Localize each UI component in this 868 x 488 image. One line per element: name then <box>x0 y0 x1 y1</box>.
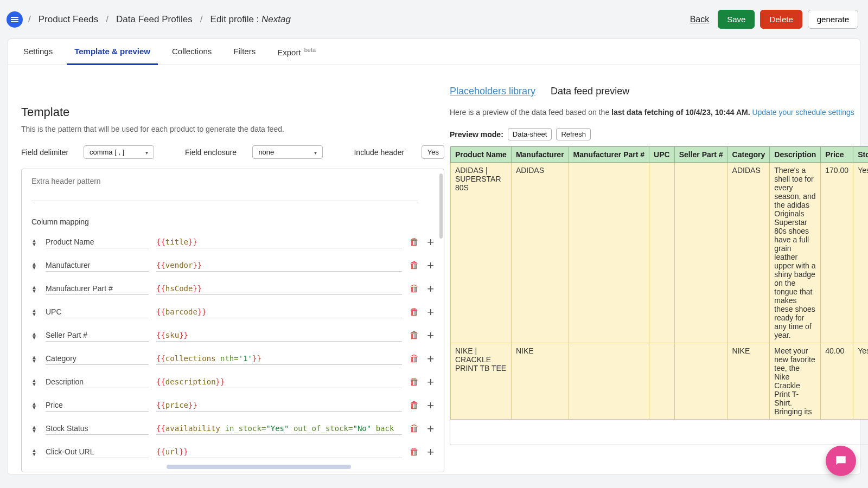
column-pattern-input[interactable]: {{barcode}} <box>156 306 402 318</box>
include-header-select[interactable]: Yes <box>422 145 444 159</box>
table-cell: Yes <box>853 163 868 343</box>
help-chat-button[interactable] <box>826 446 856 476</box>
table-cell <box>674 343 727 420</box>
drag-handle-icon[interactable]: ▲▼ <box>31 402 38 409</box>
update-schedule-link[interactable]: Update your schedule settings <box>752 108 854 117</box>
column-name-input[interactable] <box>46 329 149 342</box>
column-name-input[interactable] <box>46 236 149 248</box>
add-row-icon[interactable]: + <box>427 353 434 365</box>
column-name-input[interactable] <box>46 306 149 318</box>
table-header: Stock S <box>853 147 868 163</box>
breadcrumb-item[interactable]: Data Feed Profiles <box>116 14 193 25</box>
column-pattern-input[interactable]: {{price}} <box>156 399 402 412</box>
extra-header-input[interactable] <box>31 176 418 201</box>
field-enclosure-select[interactable]: none <box>252 145 323 159</box>
delete-row-icon[interactable]: 🗑 <box>410 260 419 271</box>
breadcrumb-current: Edit profile : Nextag <box>210 14 291 25</box>
tab-template-preview[interactable]: Template & preview <box>74 39 150 65</box>
drag-handle-icon[interactable]: ▲▼ <box>31 309 38 316</box>
delete-row-icon[interactable]: 🗑 <box>410 236 419 248</box>
tab-filters[interactable]: Filters <box>233 39 256 65</box>
preview-description: Here is a preview of the data feed based… <box>450 107 868 118</box>
column-pattern-input[interactable]: {{url}} <box>156 446 402 458</box>
column-mapping-row: ▲▼{{price}}🗑+ <box>31 399 434 412</box>
horizontal-scroll-thumb[interactable] <box>167 465 351 469</box>
beta-badge: beta <box>304 47 316 53</box>
add-row-icon[interactable]: + <box>427 260 434 272</box>
main-menu-button[interactable] <box>7 11 23 28</box>
column-name-input[interactable] <box>46 376 149 388</box>
table-header: Manufacturer Part # <box>569 147 649 163</box>
column-pattern-input[interactable]: {{vendor}} <box>156 259 402 272</box>
drag-handle-icon[interactable]: ▲▼ <box>31 378 38 386</box>
table-cell: There's a shell toe for every season, an… <box>770 163 821 343</box>
column-mapping-row: ▲▼{{hsCode}}🗑+ <box>31 282 434 295</box>
breadcrumb-sep: / <box>28 14 31 25</box>
delete-row-icon[interactable]: 🗑 <box>410 423 419 434</box>
add-row-icon[interactable]: + <box>427 330 434 342</box>
tab-export[interactable]: Export beta <box>277 39 316 65</box>
placeholders-library-link[interactable]: Placeholders library <box>450 86 535 97</box>
delete-row-icon[interactable]: 🗑 <box>410 306 419 318</box>
add-row-icon[interactable]: + <box>427 306 434 318</box>
column-pattern-input[interactable]: {{availability in_stock="Yes" out_of_sto… <box>156 422 402 435</box>
column-pattern-input[interactable]: {{title}} <box>156 236 402 248</box>
drag-handle-icon[interactable]: ▲▼ <box>31 262 38 269</box>
tab-collections[interactable]: Collections <box>172 39 212 65</box>
add-row-icon[interactable]: + <box>427 283 434 295</box>
preview-mode-select[interactable]: Data-sheet <box>508 128 552 140</box>
column-name-input[interactable] <box>46 282 149 295</box>
table-cell: NIKE <box>727 343 770 420</box>
column-mapping-row: ▲▼{{title}}🗑+ <box>31 236 434 248</box>
delete-row-icon[interactable]: 🗑 <box>410 330 419 341</box>
breadcrumb-item[interactable]: Product Feeds <box>39 14 99 25</box>
column-pattern-input[interactable]: {{hsCode}} <box>156 282 402 295</box>
generate-button[interactable]: generate <box>808 10 858 29</box>
add-row-icon[interactable]: + <box>427 423 434 435</box>
column-mapping-row: ▲▼{{collections nth='1'}}🗑+ <box>31 352 434 365</box>
back-link[interactable]: Back <box>690 15 710 24</box>
template-subtitle: This is the pattern that will be used fo… <box>21 125 444 133</box>
field-delimiter-select[interactable]: comma [ , ] <box>84 145 154 159</box>
add-row-icon[interactable]: + <box>427 446 434 458</box>
delete-row-icon[interactable]: 🗑 <box>410 353 419 364</box>
breadcrumb: / Product Feeds / Data Feed Profiles / E… <box>28 14 291 25</box>
delete-row-icon[interactable]: 🗑 <box>410 376 419 388</box>
column-name-input[interactable] <box>46 259 149 272</box>
template-panel: Column mapping ▲▼{{title}}🗑+▲▼{{vendor}}… <box>21 169 444 472</box>
scrollbar-thumb[interactable] <box>439 174 443 239</box>
column-pattern-input[interactable]: {{description}} <box>156 376 402 388</box>
chevron-down-icon <box>314 148 317 156</box>
delete-row-icon[interactable]: 🗑 <box>410 446 419 458</box>
drag-handle-icon[interactable]: ▲▼ <box>31 448 38 456</box>
drag-handle-icon[interactable]: ▲▼ <box>31 332 38 339</box>
save-button[interactable]: Save <box>718 10 755 29</box>
drag-handle-icon[interactable]: ▲▼ <box>31 239 38 246</box>
refresh-button[interactable]: Refresh <box>556 128 591 140</box>
delete-row-icon[interactable]: 🗑 <box>410 400 419 411</box>
table-row: NIKE | CRACKLE PRINT TB TEENIKENIKEMeet … <box>451 343 869 420</box>
table-cell: NIKE | CRACKLE PRINT TB TEE <box>451 343 512 420</box>
table-row: ADIDAS | SUPERSTAR 80SADIDASADIDASThere'… <box>451 163 869 343</box>
add-row-icon[interactable]: + <box>427 400 434 412</box>
table-cell: Yes <box>853 343 868 420</box>
column-name-input[interactable] <box>46 446 149 458</box>
column-name-input[interactable] <box>46 399 149 412</box>
column-mapping-row: ▲▼{{url}}🗑+ <box>31 446 434 458</box>
column-name-input[interactable] <box>46 422 149 435</box>
breadcrumb-sep: / <box>200 14 203 25</box>
drag-handle-icon[interactable]: ▲▼ <box>31 285 38 293</box>
delete-row-icon[interactable]: 🗑 <box>410 283 419 294</box>
breadcrumb-sep: / <box>106 14 108 25</box>
tab-settings[interactable]: Settings <box>23 39 53 65</box>
preview-table-wrap[interactable]: Product NameManufacturerManufacturer Par… <box>450 146 868 445</box>
data-feed-preview-heading: Data feed preview <box>551 86 629 97</box>
add-row-icon[interactable]: + <box>427 376 434 388</box>
drag-handle-icon[interactable]: ▲▼ <box>31 355 38 363</box>
column-name-input[interactable] <box>46 352 149 365</box>
column-pattern-input[interactable]: {{sku}} <box>156 329 402 342</box>
column-pattern-input[interactable]: {{collections nth='1'}} <box>156 352 402 365</box>
delete-button[interactable]: Delete <box>760 10 802 29</box>
drag-handle-icon[interactable]: ▲▼ <box>31 425 38 433</box>
add-row-icon[interactable]: + <box>427 236 434 248</box>
